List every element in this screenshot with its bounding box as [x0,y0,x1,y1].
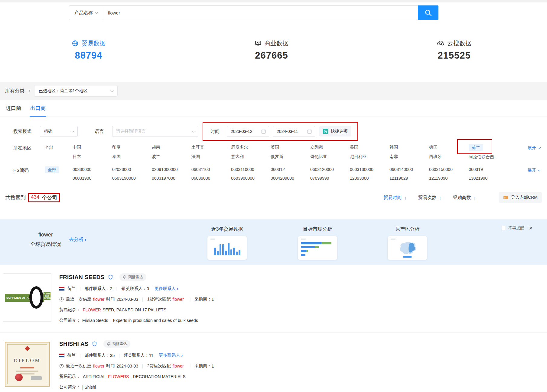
stat-trade-data[interactable]: 贸易数据 88794 [43,39,134,61]
stat-business-data[interactable]: 商业数据 267665 [226,39,317,61]
region-chip[interactable]: 泰国 [112,154,121,159]
more-contacts-link[interactable]: 更多联系人 › [159,353,183,358]
sort-buyer-count[interactable]: 采购商数 ↓ [453,195,476,201]
business-radar-badge[interactable]: 商情雷达 [103,340,130,348]
region-chip[interactable]: 土耳其 [191,145,204,150]
more-contacts-link[interactable]: 更多联系人 › [155,286,178,291]
all-categories-link[interactable]: 所有分类 [5,88,30,94]
netherlands-flag-icon [59,354,64,357]
region-chip[interactable]: 印度 [112,145,121,150]
date-to-input[interactable]: 2024-03-11 [273,126,315,137]
hs-chip[interactable]: 13021990 [469,176,487,181]
hs-chip[interactable]: 0603190000 [112,176,136,181]
hs-chip[interactable]: 06031900 [73,176,91,181]
hs-chip[interactable]: 12119029 [389,176,408,181]
sort-trade-count[interactable]: 贸易次数 ↓ [418,195,441,201]
hs-chip[interactable]: 06031100 [191,167,210,172]
region-chip[interactable]: 日本 [73,154,81,159]
region-chip[interactable]: 中国 [73,145,81,150]
region-chip[interactable]: 阿拉伯联合酋... [469,154,498,160]
diploma-graphic: DIPLOM [5,342,50,387]
region-chip[interactable]: 越南 [152,145,160,150]
company-supply-line: 最近一次供应 flower 时间 2024-03-03 | 2货运次匹配 flo… [59,363,214,369]
results-prefix: 共搜索到 [5,194,26,201]
hs-chip[interactable]: 02023000 [112,167,131,172]
date-from-input[interactable]: 2023-03-12 [227,126,269,137]
region-chip-all[interactable]: 全部 [45,145,53,150]
selected-region-dropdown[interactable]: 已选地区：荷兰等1个地区 [34,85,118,97]
search-category-select[interactable]: 产品名称 [69,6,103,20]
hs-chip[interactable]: 0603110000 [231,167,254,172]
banner-card-target-market[interactable]: 目标市场分析 [298,226,337,260]
hs-chip[interactable]: 060312 [271,167,285,172]
hs-chip[interactable]: 12093000 [350,176,369,181]
chevron-down-icon [192,129,195,132]
region-chip[interactable]: 尼日利亚 [350,154,367,159]
search-mode-select[interactable]: 精确 [40,126,78,137]
import-crm-button[interactable]: 导入内部CRM [499,192,542,203]
signature-mark [31,376,42,380]
chevron-down-icon [95,11,98,14]
hs-chip[interactable]: 0603900000 [231,176,255,181]
hs-chip[interactable]: 0603120000 [310,167,334,172]
region-chip[interactable]: 波兰 [152,154,160,159]
stat-cloud-search-data[interactable]: 云搜数据 215525 [409,39,500,61]
dont-remind-checkbox[interactable] [502,226,506,230]
banner-card-trade-history[interactable]: 近3年贸易数据 [207,226,247,260]
quick-options-button[interactable]: ⌘ 快捷选项 [319,126,351,137]
region-expand-link[interactable]: 展开 [528,145,540,151]
company-name[interactable]: SHISHI AS [59,341,89,347]
go-analyze-link[interactable]: 去分析 › [69,236,86,243]
hs-chip[interactable]: 12119090 [429,176,448,181]
business-radar-badge[interactable]: 商情雷达 [119,273,146,281]
folder-icon [503,195,508,200]
company-name[interactable]: FRISIAN SEEDS [59,274,105,281]
hs-chip[interactable]: 02091000000 [152,167,178,172]
region-chip[interactable]: 哥伦比亚 [310,154,327,159]
record-keyword-highlight: FLOWERS [108,374,129,379]
hs-chip[interactable]: 0603130000 [350,167,373,172]
search-category-label: 产品名称 [75,10,93,16]
hs-chip[interactable]: 060319 [469,167,483,172]
verified-shield-icon[interactable] [108,275,113,280]
region-chip[interactable]: 西班牙 [429,154,442,159]
tab-importer[interactable]: 进口商 [5,100,22,117]
language-select[interactable]: 请选择翻译语言 [112,126,198,137]
region-chip[interactable]: 德国 [429,145,438,150]
hs-chip[interactable]: 07099990 [310,176,329,181]
hs-chip[interactable]: 0604209000 [271,176,294,181]
company-trade-record-line: 贸易记录： ARTIFICIAL FLOWERS , DECORATION MA… [59,374,214,379]
search-mode-label: 搜索模式 [13,129,31,134]
hs-chip[interactable]: 06039000 [191,176,210,181]
region-chip[interactable]: 韩国 [389,145,398,150]
hs-chip[interactable]: 0603140000 [389,167,413,172]
time-filter-group: 时间 2023-03-12 2024-03-11 ⌘ 快捷选项 [210,126,351,137]
chevron-down-icon [538,146,541,149]
region-chip[interactable]: 意大利 [231,154,244,159]
search-button[interactable] [418,5,438,20]
region-chip[interactable]: 俄罗斯 [271,154,283,159]
verified-shield-icon[interactable] [92,341,97,346]
region-chip-selected[interactable]: 荷兰 [469,144,483,151]
record-keyword-highlight: FLOWER [83,307,101,312]
region-chip[interactable]: 南非 [389,154,398,159]
sort-trade-time[interactable]: 贸易时间 ↓ [384,195,407,201]
region-chip[interactable]: 法国 [191,154,200,159]
region-chip[interactable]: 美国 [350,145,358,150]
close-icon[interactable]: × [529,225,532,231]
hs-chip-all[interactable]: 全部 [45,166,59,173]
arrow-down-icon: ↓ [405,195,407,200]
stat-label: 云搜数据 [447,39,471,47]
region-chip[interactable]: 英国 [271,145,279,150]
tab-exporter[interactable]: 出口商 [30,100,46,117]
region-chip[interactable]: 立陶宛 [310,145,323,150]
search-input[interactable] [103,6,418,20]
dont-remind-label: 不再提醒 [508,225,524,231]
hs-expand-link[interactable]: 展开 [528,168,540,173]
banner-card-origin[interactable]: 原产地分析 [388,226,427,260]
company-profile-line: 公司简介： | Shishi [59,384,214,390]
hs-chip[interactable]: 00330000 [73,167,91,172]
region-chip[interactable]: 厄瓜多尔 [231,145,248,150]
hs-chip[interactable]: 0603197000 [152,176,175,181]
hs-chip[interactable]: 0603150000 [429,167,453,172]
